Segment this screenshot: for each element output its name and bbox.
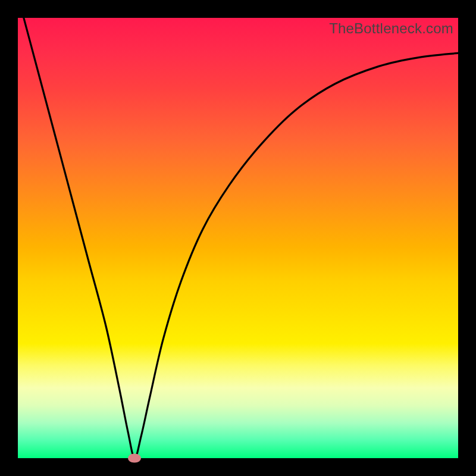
bottleneck-curve: [18, 0, 458, 458]
minimum-marker: [128, 454, 141, 463]
curve-svg: [18, 18, 458, 458]
plot-area: TheBottleneck.com: [18, 18, 458, 458]
chart-container: TheBottleneck.com: [0, 0, 476, 476]
